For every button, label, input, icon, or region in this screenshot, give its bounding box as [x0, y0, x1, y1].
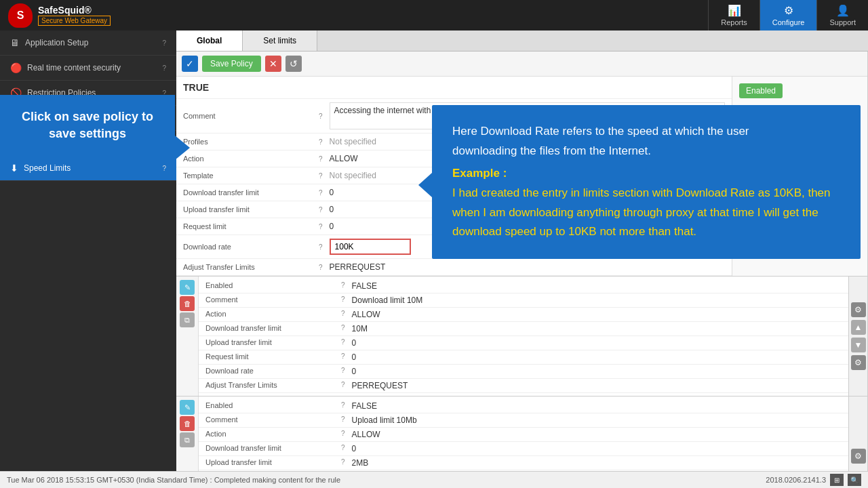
entry3-scroll-gear[interactable]: ⚙	[851, 449, 866, 464]
logo-sub-text: Secure Web Gateway	[38, 16, 111, 26]
status-icon-2[interactable]: 🔍	[848, 474, 861, 486]
entry1-ul-transfer-help: ?	[319, 206, 323, 214]
entry2-enabled-val: FALSE	[352, 281, 377, 291]
entry1-adjust-row: Adjust Transfer Limits ? PERREQUEST	[176, 259, 732, 276]
entry1-action-label: Action	[183, 155, 319, 163]
save-policy-button[interactable]: Save Policy	[202, 56, 261, 72]
support-icon: 👤	[836, 4, 850, 17]
reports-icon: 📊	[728, 4, 741, 17]
application-setup-help-icon: ?	[162, 39, 166, 47]
entry1-enabled-value: TRUE	[183, 82, 209, 93]
status-icon-1[interactable]: ⊞	[830, 474, 844, 486]
entry2-dlrate-val: 0	[352, 367, 357, 376]
sidebar-item-application-setup[interactable]: 🖥 Application Setup ?	[0, 30, 176, 56]
tooltip-line1: Here Download Rate refers to the speed a…	[452, 122, 840, 142]
entry2-scroll-up[interactable]: ▲	[851, 320, 866, 335]
nav-configure[interactable]: ⚙ Configure	[760, 0, 817, 30]
entry2-ul-val: 0	[352, 338, 357, 348]
entry1-adjust-value: PERREQUEST	[330, 262, 386, 272]
sidebar: 🖥 Application Setup ? 🔴 Real time conten…	[0, 30, 176, 471]
sidebar-item-realtime-content[interactable]: 🔴 Real time content security ?	[0, 56, 176, 81]
entry1-request-limit-label: Request limit	[183, 222, 319, 230]
entry1-dl-transfer-label: Download transfer limit	[183, 188, 319, 197]
entry1-ul-transfer-label: Upload transfer limit	[183, 205, 319, 214]
application-setup-icon: 🖥	[10, 37, 20, 48]
logo-text-block: SafeSquid® Secure Web Gateway	[38, 5, 111, 26]
realtime-help-icon: ?	[162, 64, 166, 72]
entry1-adjust-help: ?	[319, 264, 323, 271]
entry1-action-help: ?	[319, 155, 323, 163]
entry1-template-label: Template	[183, 171, 319, 180]
entry3-action-val: ALLOW	[352, 430, 380, 439]
tooltip-example-body: I had created the entry in limits sectio…	[452, 184, 840, 243]
entry2-row-wrap: ✎ 🗑 ⧉ Enabled?FALSE Comment?Download lim…	[176, 277, 867, 396]
entry1-action-value: ALLOW	[330, 154, 358, 163]
callout-tooltip: Click on save policy to save settings	[0, 95, 175, 156]
entry1-x-btn[interactable]: ✕	[265, 56, 281, 72]
support-label: Support	[829, 18, 856, 26]
entry2-scroll-down[interactable]: ▼	[851, 338, 866, 352]
entry2-del-btn[interactable]: 🗑	[180, 296, 195, 311]
entry2-scroll-gear[interactable]: ⚙	[851, 302, 866, 317]
configure-label: Configure	[772, 18, 805, 26]
application-setup-label: Application Setup	[25, 38, 88, 47]
entry1-download-rate-label: Download rate	[183, 243, 319, 251]
entry3-container: ✎ 🗑 ⧉ Enabled?FALSE Comment?Upload limit…	[176, 396, 867, 471]
logo-main-text: SafeSquid®	[38, 5, 111, 16]
header: S SafeSquid® Secure Web Gateway 📊 Report…	[0, 0, 868, 30]
callout-arrow	[175, 136, 190, 160]
status-right: 2018.0206.2141.3 ⊞ 🔍	[766, 474, 861, 486]
entry3-edit-btn[interactable]: ✎	[180, 400, 195, 415]
entry2-actions: ✎ 🗑 ⧉	[176, 277, 199, 396]
entry3-copy-btn[interactable]: ⧉	[180, 432, 195, 447]
tab-global[interactable]: Global	[176, 30, 243, 51]
speed-limits-label: Speed Limits	[24, 163, 71, 173]
enabled-badge: Enabled	[739, 83, 783, 98]
speed-limits-help-icon: ?	[162, 165, 166, 172]
nav-reports[interactable]: 📊 Reports	[708, 0, 760, 30]
status-text: Tue Mar 06 2018 15:53:15 GMT+0530 (India…	[7, 476, 340, 484]
entry3-comment-val: Upload limit 10Mb	[352, 415, 417, 425]
entry1-ul-transfer-value: 0	[330, 205, 334, 214]
realtime-icon: 🔴	[10, 62, 22, 73]
tab-set-limits[interactable]: Set limits	[243, 30, 317, 51]
nav-support[interactable]: 👤 Support	[816, 0, 868, 30]
big-tooltip-pointer	[418, 173, 432, 197]
entry1-template-value: Not specified	[330, 171, 376, 180]
entry3-actions: ✎ 🗑 ⧉	[176, 396, 199, 471]
entry3-scrollbar-controls: ⚙	[848, 396, 867, 471]
entry1-template-help: ?	[319, 172, 323, 180]
entry2-copy-btn[interactable]: ⧉	[180, 312, 195, 327]
configure-icon: ⚙	[784, 4, 793, 17]
realtime-label: Real time content security	[27, 63, 121, 73]
reports-label: Reports	[721, 18, 747, 26]
entry1-check-btn[interactable]: ✓	[182, 56, 198, 72]
tooltip-example-label: Example :	[452, 164, 840, 184]
entry3-ul-val: 2MB	[352, 458, 369, 468]
entry1-download-rate-input[interactable]	[330, 239, 411, 255]
entry3-enabled-val: FALSE	[352, 401, 377, 411]
entry1-comment-help: ?	[319, 113, 323, 120]
entry2-req-val: 0	[352, 352, 357, 362]
status-bar: Tue Mar 06 2018 15:53:15 GMT+0530 (India…	[0, 471, 868, 488]
sidebar-item-speed-limits[interactable]: ⬇ Speed Limits ?	[0, 156, 176, 181]
logo-area: S SafeSquid® Secure Web Gateway	[0, 0, 119, 30]
entry3-row-wrap: ✎ 🗑 ⧉ Enabled?FALSE Comment?Upload limit…	[176, 396, 867, 471]
big-tooltip: Here Download Rate refers to the speed a…	[432, 105, 861, 259]
entry2-edit-btn[interactable]: ✎	[180, 280, 195, 295]
entry1-profiles-label: Profiles	[183, 138, 319, 146]
entry1-dl-transfer-value: 0	[330, 188, 334, 197]
entry1-profiles-value: Not specified	[330, 137, 376, 146]
entry1-reset-btn[interactable]: ↺	[285, 56, 302, 72]
entry1-adjust-label: Adjust Transfer Limits	[183, 263, 319, 271]
entry3-del-btn[interactable]: 🗑	[180, 416, 195, 431]
entry2-fields: Enabled?FALSE Comment?Download limit 10M…	[199, 277, 848, 396]
tabs-bar: Global Set limits	[176, 30, 868, 52]
entry3-fields: Enabled?FALSE Comment?Upload limit 10Mb …	[199, 396, 848, 471]
entry1-enabled-row: TRUE	[176, 77, 732, 99]
entry1-comment-label: Comment	[183, 112, 319, 120]
entry1-download-rate-help: ?	[319, 243, 323, 251]
entry2-scroll-gear2[interactable]: ⚙	[851, 355, 866, 370]
entry2-scrollbar-controls: ⚙ ▲ ▼ ⚙	[848, 277, 867, 396]
speed-limits-icon: ⬇	[10, 163, 18, 174]
